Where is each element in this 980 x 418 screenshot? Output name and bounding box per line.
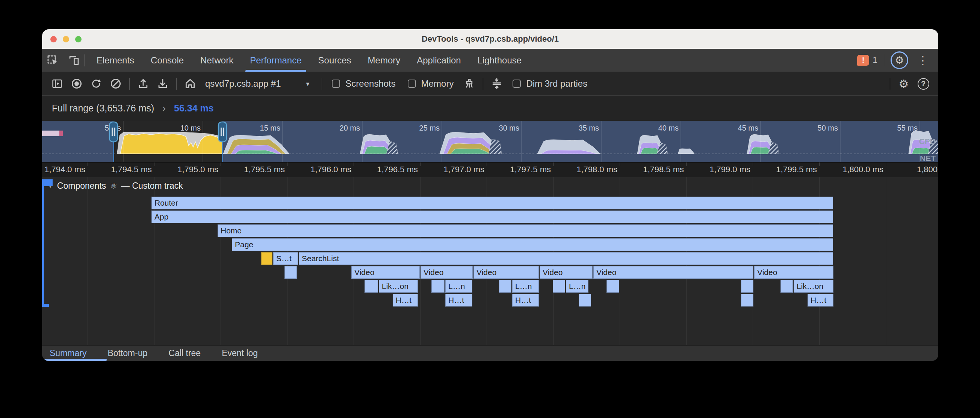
minimize-window-button[interactable]: [63, 36, 69, 43]
track-header[interactable]: ▼ Components ⚛ — Custom track: [47, 181, 183, 191]
device-toolbar-icon[interactable]: [63, 49, 84, 72]
flame-bar[interactable]: [499, 280, 511, 293]
flame-bar-video[interactable]: Video: [474, 266, 539, 279]
dim-third-parties-checkbox-group[interactable]: Dim 3rd parties: [506, 78, 593, 89]
ruler-label: 1,798.5 ms: [643, 165, 684, 174]
close-window-button[interactable]: [50, 36, 57, 43]
toggle-sidebar-icon[interactable]: [47, 74, 67, 93]
collapse-icon[interactable]: [487, 74, 506, 93]
reload-and-record-icon[interactable]: [86, 74, 106, 93]
toolbar-right: ⚙ ?: [886, 74, 933, 93]
full-range-crumb[interactable]: Full range (3,653.76 ms): [52, 103, 154, 114]
kebab-menu-icon[interactable]: ⋮: [913, 54, 932, 67]
flame-bar-st[interactable]: S…t: [273, 252, 298, 265]
memory-checkbox[interactable]: [408, 79, 416, 88]
timeline-overview[interactable]: 5 ms10 ms15 ms20 ms25 ms30 ms35 ms40 ms4…: [42, 121, 938, 162]
screenshots-checkbox[interactable]: [332, 79, 340, 88]
flame-bar-video[interactable]: Video: [593, 266, 753, 279]
settings-focus-ring[interactable]: ⚙: [891, 51, 908, 69]
tab-memory[interactable]: Memory: [360, 49, 409, 72]
flame-bar-router[interactable]: Router: [151, 196, 833, 209]
drawer-tab-event-log[interactable]: Event log: [222, 345, 258, 361]
flame-bar[interactable]: [579, 294, 591, 307]
ruler-tick: [553, 163, 554, 166]
flame-bar-likon[interactable]: Lik…on: [794, 280, 834, 293]
flame-bar-ht[interactable]: H…t: [808, 294, 834, 307]
drawer-tab-call-tree[interactable]: Call tree: [169, 345, 201, 361]
record-icon[interactable]: [67, 74, 86, 93]
ruler-label: 1,796.0 ms: [310, 165, 352, 174]
ruler-tick: [886, 163, 886, 166]
flame-bar-app[interactable]: App: [151, 211, 833, 223]
net-lane-label: NET: [920, 154, 935, 162]
tab-performance[interactable]: Performance: [242, 49, 310, 72]
divider: [321, 78, 322, 90]
clear-icon[interactable]: [106, 74, 126, 93]
ruler-label: 1,797.5 ms: [510, 165, 551, 174]
flame-bar-ln[interactable]: L…n: [445, 280, 473, 293]
ruler-label: 1,797.0 ms: [444, 165, 484, 174]
ruler-tick: [819, 163, 819, 166]
flame-bar-ht[interactable]: H…t: [445, 294, 473, 307]
screenshots-checkbox-group[interactable]: Screenshots: [326, 78, 401, 89]
react-atom-icon: ⚛: [110, 181, 117, 191]
flame-bar-searchlist[interactable]: SearchList: [299, 252, 833, 265]
settings-gear-icon[interactable]: ⚙: [894, 74, 913, 93]
flame-bar[interactable]: [431, 280, 444, 293]
flame-bar-video[interactable]: Video: [352, 266, 420, 279]
time-ruler[interactable]: 1,794.0 ms1,794.5 ms1,795.0 ms1,795.5 ms…: [42, 162, 938, 177]
help-icon[interactable]: ?: [913, 74, 933, 93]
issues-badge[interactable]: ! 1: [857, 55, 877, 66]
flame-bar[interactable]: [285, 266, 297, 279]
ruler-label: 1,795.5 ms: [244, 165, 285, 174]
window-title: DevTools - qsvd7p.csb.app/video/1: [422, 34, 559, 44]
screenshots-checkbox-label: Screenshots: [345, 78, 395, 89]
drawer-tab-bottom-up[interactable]: Bottom-up: [107, 345, 147, 361]
range-breadcrumb: Full range (3,653.76 ms) › 56.34 ms: [42, 96, 938, 121]
flame-bar-video[interactable]: Video: [420, 266, 473, 279]
live-metrics-home-icon[interactable]: [180, 74, 200, 93]
ruler-tick: [686, 163, 687, 166]
drawer-tab-summary[interactable]: Summary: [49, 345, 86, 361]
cpu-lane-label: CPU: [919, 137, 935, 146]
ruler-label: 1,799.0 ms: [710, 165, 750, 174]
selected-range-crumb[interactable]: 56.34 ms: [174, 103, 214, 114]
grid-line: [886, 177, 886, 345]
tab-sources[interactable]: Sources: [310, 49, 360, 72]
maximize-window-button[interactable]: [75, 36, 81, 43]
inspect-element-icon[interactable]: [42, 49, 63, 72]
overview-axis-label: 40 ms: [659, 124, 679, 132]
flame-bar[interactable]: [553, 280, 565, 293]
flame-bar-video[interactable]: Video: [539, 266, 593, 279]
flame-bar-page[interactable]: Page: [232, 238, 833, 251]
flame-bar-video[interactable]: Video: [754, 266, 834, 279]
flame-bar-ht[interactable]: H…t: [512, 294, 539, 307]
flame-bar-ht[interactable]: H…t: [393, 294, 418, 307]
flame-bar[interactable]: [364, 280, 378, 293]
flame-bar-likon[interactable]: Lik…on: [379, 280, 418, 293]
title-bar: DevTools - qsvd7p.csb.app/video/1: [42, 29, 938, 49]
tab-console[interactable]: Console: [142, 49, 192, 72]
dim-third-parties-checkbox[interactable]: [512, 79, 521, 88]
memory-checkbox-group[interactable]: Memory: [402, 78, 460, 89]
flame-bar-home[interactable]: Home: [218, 224, 833, 237]
ruler-tick: [221, 163, 221, 166]
tab-elements[interactable]: Elements: [88, 49, 142, 72]
flame-bar[interactable]: [606, 280, 619, 293]
save-profile-icon[interactable]: [153, 74, 172, 93]
flame-bar-ln[interactable]: L…n: [566, 280, 589, 293]
flame-bar[interactable]: [741, 280, 753, 293]
tab-application[interactable]: Application: [409, 49, 469, 72]
flame-bar[interactable]: [741, 294, 753, 307]
flame-bar-ln[interactable]: L…n: [512, 280, 539, 293]
tab-lighthouse[interactable]: Lighthouse: [469, 49, 530, 72]
tab-network[interactable]: Network: [192, 49, 242, 72]
flame-bar[interactable]: [261, 252, 272, 265]
load-profile-icon[interactable]: [134, 74, 153, 93]
ruler-tick: [620, 163, 620, 166]
flame-chart[interactable]: ▼ Components ⚛ — Custom track RouterAppH…: [42, 177, 938, 345]
flame-bar[interactable]: [781, 280, 793, 293]
performance-toolbar: qsvd7p.csb.app #1 ▼ Screenshots Memory: [42, 72, 938, 96]
target-selector[interactable]: qsvd7p.csb.app #1 ▼: [200, 78, 318, 89]
collect-garbage-icon[interactable]: [460, 74, 479, 93]
